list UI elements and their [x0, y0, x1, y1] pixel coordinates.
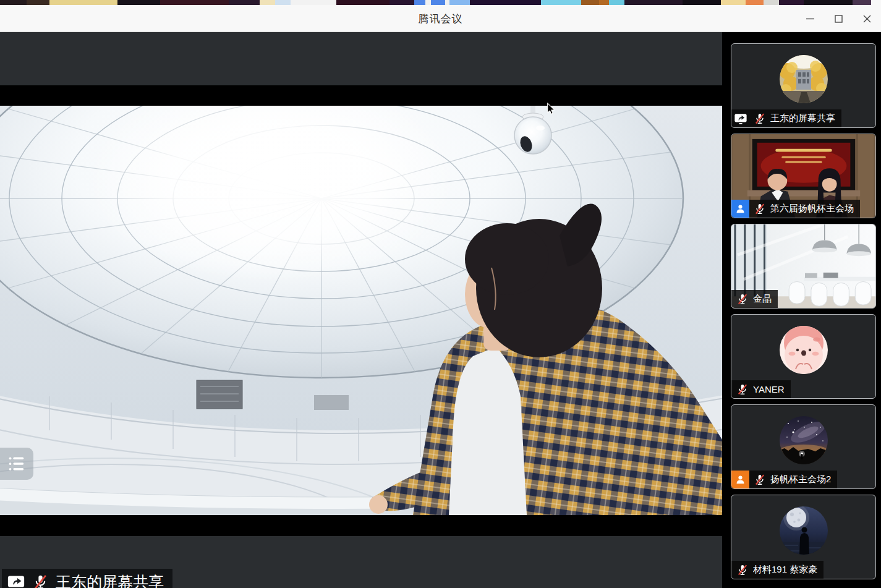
- desktop-background-sliver: [0, 0, 881, 5]
- presenter-name: 王东的屏幕共享: [56, 572, 164, 588]
- mic-muted-icon: [32, 574, 49, 588]
- maximize-button[interactable]: [824, 5, 853, 32]
- mouse-cursor: [547, 103, 556, 116]
- letterbox-bottom: [0, 515, 722, 536]
- maximize-icon: [834, 14, 843, 23]
- avatar-autumn-campus: [780, 55, 828, 103]
- mic-muted-icon: [754, 203, 766, 215]
- participant-tile-wangdong-share[interactable]: 王东的屏幕共享: [731, 43, 876, 128]
- tencent-meeting-window: 腾讯会议: [0, 0, 881, 588]
- member-list-button[interactable]: [0, 448, 33, 480]
- participant-name: 第六届扬帆杯主会场: [770, 203, 854, 215]
- avatar-night-sky: [780, 416, 828, 464]
- cohost-person-badge-icon: [731, 200, 749, 218]
- wall-vent: [197, 380, 242, 409]
- participant-name: YANER: [753, 384, 785, 394]
- minimize-icon: [806, 14, 815, 23]
- participant-tile-jinjing[interactable]: 金晶: [731, 224, 876, 309]
- atrium-dome-scene: [0, 106, 722, 515]
- name-bar: 金晶: [731, 290, 778, 308]
- participant-name: 材料191 蔡家豪: [753, 564, 817, 576]
- avatar-moon-figure: [780, 506, 828, 555]
- participant-name: 金晶: [753, 293, 772, 305]
- host-person-badge-icon: [731, 471, 749, 488]
- participant-name: 王东的屏幕共享: [770, 113, 835, 124]
- mic-muted-icon: [736, 564, 749, 576]
- minimize-button[interactable]: [796, 5, 824, 32]
- name-bar: 第六届扬帆杯主会场: [731, 200, 860, 218]
- participant-tile-yangfan-main2[interactable]: 扬帆杯主会场2: [731, 404, 876, 489]
- window-controls: [796, 5, 881, 32]
- participant-tile-yaner[interactable]: YANER: [731, 314, 876, 399]
- presenter-label: 王东的屏幕共享: [2, 569, 172, 588]
- avatar: [780, 506, 828, 555]
- avatar-pink-cartoon: [780, 326, 828, 374]
- shared-screen-stage[interactable]: 王东的屏幕共享: [0, 32, 722, 588]
- avatar: [780, 55, 828, 103]
- letterbox-top: [0, 85, 722, 106]
- participant-tile-yangfan-main[interactable]: 第六届扬帆杯主会场: [731, 134, 876, 218]
- window-titlebar: 腾讯会议: [0, 5, 881, 32]
- name-bar: 王东的屏幕共享: [731, 109, 841, 127]
- name-bar: 材料191 蔡家豪: [731, 561, 824, 579]
- close-icon: [862, 14, 872, 23]
- participants-sidebar: 王东的屏幕共享: [722, 32, 881, 588]
- shared-video-content: [0, 106, 722, 515]
- avatar: [780, 326, 828, 374]
- participant-tile-caijiahao[interactable]: 材料191 蔡家豪: [731, 495, 876, 579]
- window-title: 腾讯会议: [0, 5, 881, 32]
- mic-muted-icon: [754, 113, 766, 125]
- participant-name: 扬帆杯主会场2: [770, 474, 831, 485]
- list-icon: [7, 454, 26, 473]
- close-button[interactable]: [853, 5, 881, 32]
- name-bar: 扬帆杯主会场2: [731, 471, 837, 488]
- mic-muted-icon: [754, 474, 766, 486]
- mic-muted-icon: [736, 293, 749, 305]
- mic-muted-icon: [736, 383, 749, 396]
- screen-share-icon: [731, 109, 749, 127]
- screen-share-icon: [7, 573, 25, 588]
- avatar: [780, 416, 828, 464]
- name-bar: YANER: [731, 380, 791, 398]
